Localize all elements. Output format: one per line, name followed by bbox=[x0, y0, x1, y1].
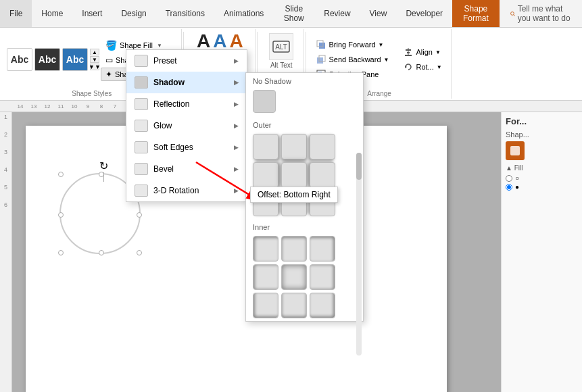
swatch-dark[interactable]: Abc bbox=[34, 48, 60, 71]
tab-developer[interactable]: Developer bbox=[396, 0, 452, 27]
menu-soft-edges[interactable]: Soft Edges ▶ bbox=[126, 137, 247, 158]
menu-preset-chevron: ▶ bbox=[234, 57, 239, 64]
menu-soft-edges-chevron: ▶ bbox=[234, 144, 239, 151]
rotate-handle-icon[interactable]: ↻ bbox=[99, 160, 108, 172]
handle-bl[interactable] bbox=[58, 250, 64, 255]
selection-pane-label: Selection Pane bbox=[329, 70, 379, 78]
right-panel: For... Shap... ▲ Fill ○ ● bbox=[501, 112, 582, 392]
menu-3d-rotation[interactable]: 3-D Rotation ▶ bbox=[126, 180, 247, 201]
swatch-white[interactable]: Abc bbox=[7, 48, 32, 71]
swatch-scroll: ▲ ▼ ▼▼ bbox=[90, 49, 99, 70]
arrange-content: Bring Forward ▼ Send Backward ▼ bbox=[312, 30, 446, 89]
rotate-icon bbox=[404, 62, 413, 72]
tab-review[interactable]: Review bbox=[314, 0, 360, 27]
rotate-label: Rot... bbox=[416, 63, 433, 71]
svg-rect-15 bbox=[510, 146, 520, 155]
handle-tl[interactable] bbox=[58, 172, 64, 177]
main-area: 1 2 3 4 5 6 bbox=[0, 112, 582, 392]
tab-view[interactable]: View bbox=[360, 0, 397, 27]
menu-reflection-label: Reflection bbox=[153, 99, 189, 109]
swatch-blue[interactable]: Abc bbox=[62, 48, 88, 71]
fill-radio-2[interactable] bbox=[506, 184, 512, 191]
menu-3d-icon bbox=[135, 185, 148, 197]
menu-shadow-icon bbox=[135, 76, 148, 89]
tab-design[interactable]: Design bbox=[112, 0, 155, 27]
menu-bevel[interactable]: Bevel ▶ bbox=[126, 158, 247, 180]
tab-slideshow[interactable]: Slide Show bbox=[273, 0, 314, 27]
shape-styles-label: Shape Styles bbox=[72, 89, 112, 97]
shape-fill-label: Shape Fill bbox=[120, 41, 153, 49]
send-backward-label: Send Backward bbox=[329, 55, 381, 64]
handle-bm[interactable] bbox=[99, 250, 104, 255]
radio-row1: ○ bbox=[506, 174, 578, 182]
ruler-n5: 10 bbox=[68, 103, 81, 109]
ruler-n4: 11 bbox=[54, 103, 68, 109]
menu-bevel-label: Bevel bbox=[153, 164, 174, 174]
align-button[interactable]: Align ▼ bbox=[399, 45, 446, 59]
ruler-v-n4: 4 bbox=[4, 166, 7, 173]
swatch-expand[interactable]: ▼▼ bbox=[90, 64, 99, 70]
tab-animations[interactable]: Animations bbox=[214, 0, 273, 27]
menu-glow-chevron: ▶ bbox=[234, 122, 239, 129]
fill-icon-active[interactable] bbox=[506, 141, 525, 160]
menu-shadow[interactable]: Shadow ▶ bbox=[126, 72, 247, 93]
svg-rect-9 bbox=[318, 72, 322, 74]
ruler-v-n1: 1 bbox=[4, 114, 7, 120]
handle-br[interactable] bbox=[137, 250, 142, 255]
ribbon-body: Abc Abc Abc ▲ ▼ ▼▼ 🪣 Shape Fill ▼ bbox=[0, 28, 582, 100]
menu-preset-icon bbox=[135, 55, 148, 67]
rotate-handle-group: ↻ bbox=[99, 160, 108, 182]
search-bar[interactable]: Tell me what you want to do bbox=[500, 0, 582, 27]
ruler-v-n2: 2 bbox=[4, 131, 7, 138]
alt-text-icon-svg: ALT bbox=[272, 37, 291, 56]
svg-rect-4 bbox=[319, 43, 325, 49]
handle-mr[interactable] bbox=[137, 212, 142, 218]
svg-rect-13 bbox=[405, 55, 412, 56]
menu-3d-chevron: ▶ bbox=[234, 187, 239, 194]
alt-text-button[interactable]: ALT bbox=[269, 33, 293, 60]
menu-soft-edges-label: Soft Edges bbox=[153, 143, 193, 152]
svg-rect-12 bbox=[407, 52, 410, 53]
selection-pane-button[interactable]: Selection Pane bbox=[312, 68, 393, 81]
main-container: 14 13 12 11 10 9 8 7 6 5 1 2 3 4 5 6 bbox=[0, 101, 582, 392]
send-backward-button[interactable]: Send Backward ▼ bbox=[312, 53, 393, 66]
shape-outline-icon: ▭ bbox=[105, 55, 113, 65]
svg-line-1 bbox=[514, 14, 515, 16]
send-backward-icon bbox=[316, 55, 326, 64]
menu-glow[interactable]: Glow ▶ bbox=[126, 115, 247, 137]
selection-pane-icon bbox=[316, 70, 326, 79]
tab-insert[interactable]: Insert bbox=[72, 0, 112, 27]
align-icon bbox=[404, 47, 413, 57]
tab-home[interactable]: Home bbox=[32, 0, 72, 27]
bring-forward-label: Bring Forward bbox=[329, 41, 375, 49]
svg-text:ALT: ALT bbox=[275, 43, 287, 51]
handle-ml[interactable] bbox=[58, 212, 64, 218]
tab-file[interactable]: File bbox=[0, 0, 32, 27]
swatch-scroll-down[interactable]: ▼ bbox=[90, 56, 99, 63]
fill-radio-1-label: ○ bbox=[515, 174, 519, 182]
menu-reflection-icon bbox=[135, 98, 148, 110]
ruler-v-n3: 3 bbox=[4, 149, 7, 155]
menu-reflection[interactable]: Reflection ▶ bbox=[126, 93, 247, 115]
menu-bevel-chevron: ▶ bbox=[234, 166, 239, 172]
fill-radio-1[interactable] bbox=[506, 175, 512, 182]
ribbon-tabs: File Home Insert Design Transitions Anim… bbox=[0, 0, 582, 28]
accessibility-label: Accessibility bbox=[263, 89, 299, 97]
rotate-chevron: ▼ bbox=[437, 64, 442, 70]
ruler-n3: 12 bbox=[41, 103, 54, 109]
rotate-button[interactable]: Rot... ▼ bbox=[399, 60, 446, 74]
bring-forward-button[interactable]: Bring Forward ▼ bbox=[312, 38, 393, 51]
shape-swatches: Abc Abc Abc ▲ ▼ ▼▼ bbox=[7, 48, 99, 71]
tab-transitions[interactable]: Transitions bbox=[156, 0, 214, 27]
menu-shadow-chevron: ▶ bbox=[234, 79, 239, 86]
arrange-group: Bring Forward ▼ Send Backward ▼ bbox=[308, 29, 451, 99]
menu-glow-label: Glow bbox=[153, 121, 172, 130]
alt-text-label: Alt Text bbox=[270, 62, 293, 69]
fill-icons-row bbox=[506, 141, 578, 160]
rotate-handle-line bbox=[103, 172, 104, 182]
menu-3d-label: 3-D Rotation bbox=[153, 186, 199, 195]
tab-shape-format[interactable]: Shape Format bbox=[452, 0, 500, 27]
menu-preset[interactable]: Preset ▶ bbox=[126, 50, 247, 72]
shape-effects-dropdown[interactable]: Preset ▶ Shadow ▶ Reflection ▶ Glow ▶ So… bbox=[126, 49, 247, 202]
swatch-scroll-up[interactable]: ▲ bbox=[90, 49, 99, 55]
